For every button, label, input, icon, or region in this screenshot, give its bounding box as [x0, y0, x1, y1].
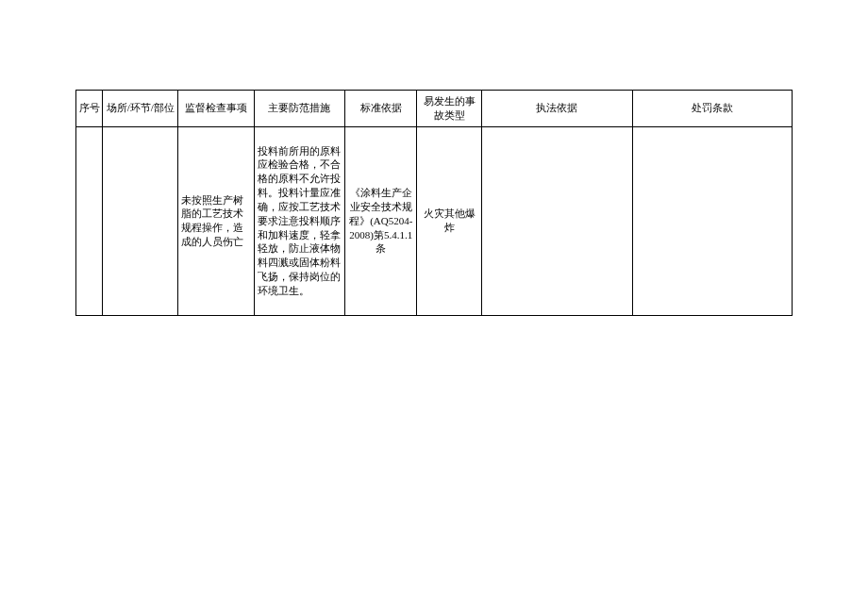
header-law: 执法依据 [481, 91, 633, 127]
cell-accident: 火灾其他爆炸 [417, 126, 481, 315]
header-place: 场所/环节/部位 [103, 91, 178, 127]
header-penalty: 处罚条款 [633, 91, 793, 127]
cell-law [481, 126, 633, 315]
cell-penalty [633, 126, 793, 315]
cell-seq [76, 126, 103, 315]
table-header-row: 序号 场所/环节/部位 监督检查事项 主要防范措施 标准依据 易发生的事故类型 … [76, 91, 793, 127]
header-seq: 序号 [76, 91, 103, 127]
header-standard: 标准依据 [345, 91, 417, 127]
table-row: 未按照生产树脂的工艺技术规程操作，造成的人员伤亡 投料前所用的原料应检验合格，不… [76, 126, 793, 315]
header-prevent: 主要防范措施 [254, 91, 344, 127]
inspection-table: 序号 场所/环节/部位 监督检查事项 主要防范措施 标准依据 易发生的事故类型 … [75, 90, 793, 316]
header-accident: 易发生的事故类型 [417, 91, 481, 127]
cell-inspect: 未按照生产树脂的工艺技术规程操作，造成的人员伤亡 [178, 126, 254, 315]
cell-place [103, 126, 178, 315]
cell-standard: 《涂料生产企业安全技术规程》(AQ5204-2008)第5.4.1.1条 [345, 126, 417, 315]
header-inspect: 监督检查事项 [178, 91, 254, 127]
cell-prevent: 投料前所用的原料应检验合格，不合格的原料不允许投料。投料计量应准确，应按工艺技术… [254, 126, 344, 315]
